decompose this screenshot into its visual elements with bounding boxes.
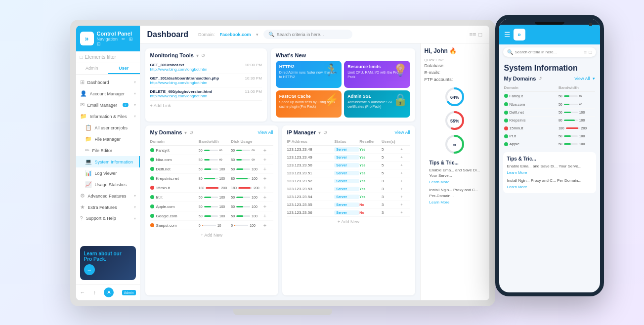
mobile-expand-icon[interactable]: □	[589, 49, 592, 55]
progress-55-container: 55%	[425, 110, 485, 131]
ip-add-icon[interactable]: +	[400, 187, 410, 191]
mobile-learn-more-2[interactable]: Learn More	[507, 185, 592, 189]
domains-add-new-button[interactable]: + Add New	[150, 230, 273, 240]
domain-value[interactable]: Facebook.com	[220, 32, 251, 37]
learn-more-2[interactable]: Learn More	[429, 200, 480, 204]
laptop-screen: » Control Panel Navigation ✏ ⊞ ⊟ □ Eleme…	[76, 26, 489, 300]
mobile-refresh-icon[interactable]: ↺	[538, 76, 542, 81]
laptop-base	[233, 309, 332, 315]
ip-add-icon[interactable]: +	[400, 210, 410, 215]
mobile-row-apple: Apple 50100	[504, 140, 595, 148]
dashboard-body: Monitoring Tools ▾ ↺ GET_301/robot.txt 1…	[140, 43, 420, 300]
add-icon[interactable]: +	[263, 213, 273, 219]
mobile-row-15min: 15min.lt 180200	[504, 124, 595, 132]
add-icon[interactable]: +	[263, 194, 273, 200]
add-icon[interactable]: +	[263, 157, 273, 162]
domains-dropdown-icon[interactable]: ▾	[184, 130, 187, 135]
nav-dashboard[interactable]: ⊞ Dashboard ▾	[76, 77, 140, 88]
domain-dropdown-icon[interactable]: ▾	[256, 32, 258, 37]
add-icon[interactable]: +	[263, 185, 273, 191]
top-row: Monitoring Tools ▾ ↺ GET_301/robot.txt 1…	[145, 48, 415, 122]
monitoring-refresh-icon[interactable]: ↺	[201, 53, 205, 58]
user-avatar[interactable]: A	[104, 287, 114, 297]
search-bar[interactable]: 🔍	[263, 30, 352, 39]
ip-view-all[interactable]: View All	[394, 130, 410, 135]
system-icon: 💻	[85, 159, 92, 165]
learn-more-1[interactable]: Learn More	[429, 180, 480, 184]
ip-row-4: 123.123.23.52 Server Yes 3 +	[287, 177, 410, 185]
news-card-resource[interactable]: Resource limits Limit CPU, RAM, I/O with…	[344, 61, 410, 88]
ip-add-icon[interactable]: +	[400, 179, 410, 183]
mobile-menu-icon[interactable]: ☰	[504, 31, 511, 39]
domains-refresh-icon[interactable]: ↺	[189, 130, 193, 135]
add-icon[interactable]: +	[263, 147, 273, 153]
promo-arrow-button[interactable]: →	[84, 264, 95, 275]
monitoring-dropdown-icon[interactable]: ▾	[196, 53, 199, 58]
nav-support[interactable]: ? Support & Help ▾	[76, 213, 140, 224]
nav-usage-stats[interactable]: 📈 Usage Statistics	[76, 179, 140, 190]
monitor-url-1[interactable]: http://www.bing.com/longbot.htm	[150, 81, 262, 85]
mobile-table-header: Domain Bandwidth	[504, 84, 595, 92]
ip-add-new-button[interactable]: + Add New	[287, 217, 410, 227]
nav-system-info[interactable]: 💻 System Information	[76, 156, 140, 167]
progress-infinity-container: ∞	[425, 133, 485, 155]
nav-log-viewer[interactable]: 📊 Log Viewer	[76, 167, 140, 179]
news-card-http2[interactable]: HTTP/2 DirectAdmin runs faster now, than…	[276, 61, 342, 88]
mobile-view-all-chevron[interactable]: ▾	[593, 76, 595, 81]
add-link-button[interactable]: + Add Link	[150, 103, 262, 108]
monitor-time-1: 10:30 PM	[245, 76, 262, 81]
mobile-search-input[interactable]	[515, 50, 582, 54]
add-icon[interactable]: +	[263, 222, 273, 228]
status-dot	[150, 148, 154, 152]
ip-add-icon[interactable]: +	[400, 203, 410, 207]
nav-advanced[interactable]: ⚙ Advanced Features ▾	[76, 190, 140, 202]
logout-icon[interactable]: ←	[80, 289, 86, 295]
nav-cronjobs[interactable]: 📋 All user cronjobs	[76, 122, 140, 133]
monitor-item-2: DELETE_400/plugin/version.html 11:00 PM …	[150, 87, 262, 101]
nav-file-manager[interactable]: 📁 File Manager	[76, 133, 140, 145]
ip-refresh-icon[interactable]: ↺	[323, 130, 327, 135]
ip-table: IP Address Status Reseller User(s) 123.1…	[287, 138, 410, 217]
monitoring-title: Monitoring Tools	[150, 52, 194, 58]
tab-admin[interactable]: Admin	[76, 63, 108, 74]
advanced-icon: ⚙	[80, 193, 85, 199]
ip-add-icon[interactable]: +	[400, 171, 410, 175]
sidebar-nav: ⊞ Dashboard ▾ 👤 Account Manager ▾ ✉ Emai…	[76, 75, 140, 242]
news-card-ssl[interactable]: Admin SSL Administrate & automate SSL ce…	[344, 90, 410, 118]
mobile-domains-header: My Domains ↺ View All ▾	[504, 76, 595, 81]
nav-extra[interactable]: ★ Extra Features ▾	[76, 202, 140, 213]
filter-icon[interactable]: ≡≡	[469, 31, 476, 38]
nav-account-manager[interactable]: 👤 Account Manager ▾	[76, 88, 140, 99]
sidebar-title: Control Panel	[97, 31, 136, 37]
news-card-fastcgi[interactable]: FastCGI Cache Speed up WordPress by usin…	[276, 90, 342, 118]
ip-add-icon[interactable]: +	[400, 155, 410, 160]
tab-user[interactable]: User	[108, 63, 140, 74]
progress-64-container: 64%	[425, 86, 485, 108]
nav-file-editor[interactable]: ✏ File Editor	[76, 145, 140, 156]
ip-dropdown-icon[interactable]: ▾	[318, 130, 321, 135]
ip-add-icon[interactable]: +	[400, 195, 410, 199]
progress-ring-inf: ∞	[444, 133, 466, 155]
search-icon: 🔍	[268, 32, 274, 37]
add-icon[interactable]: +	[263, 166, 273, 172]
mobile-search-icon: 🔍	[507, 49, 513, 55]
add-icon[interactable]: +	[263, 203, 273, 209]
mobile-view-all[interactable]: View All	[574, 76, 590, 81]
sidebar-logo: »	[80, 32, 94, 45]
domains-view-all[interactable]: View All	[258, 130, 273, 135]
ip-add-icon[interactable]: +	[400, 147, 410, 152]
nav-email-manager[interactable]: ✉ Email Manager 2 ▾	[76, 99, 140, 111]
monitor-url-2[interactable]: http://www.bing.com/longbot.htm	[150, 94, 262, 98]
ip-add-icon[interactable]: +	[400, 163, 410, 167]
status-dot	[150, 158, 154, 162]
mobile-search-bar[interactable]: 🔍 ≡ □	[503, 47, 596, 57]
nav-info-files[interactable]: 📁 Information & Files ▾	[76, 111, 140, 122]
mobile-learn-more-1[interactable]: Learn More	[507, 170, 592, 175]
monitor-url-0[interactable]: http://www.bing.com/longbot.htm	[150, 67, 262, 72]
search-input[interactable]	[277, 32, 347, 37]
status-dot	[150, 204, 154, 208]
add-icon[interactable]: +	[263, 175, 273, 181]
external-icon[interactable]: □	[478, 31, 482, 38]
mobile-filter-icon[interactable]: ≡	[584, 49, 587, 55]
up-icon[interactable]: ↑	[93, 289, 96, 295]
